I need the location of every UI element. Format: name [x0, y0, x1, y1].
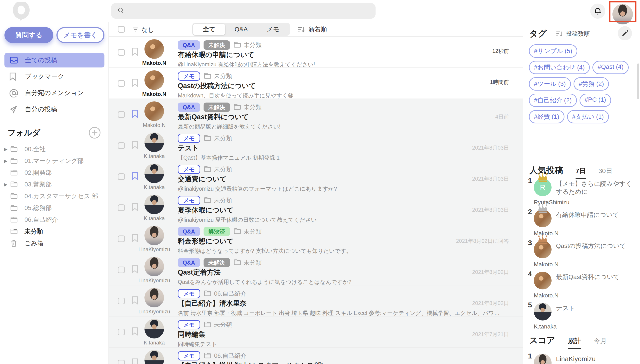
tab-7日[interactable]: 7日: [576, 166, 586, 179]
post-title[interactable]: 同時編集: [178, 330, 205, 339]
folder-link[interactable]: 未分類: [234, 103, 262, 112]
folder-link[interactable]: 未分類: [204, 321, 232, 329]
tags-sort-control[interactable]: 投稿数順: [556, 30, 590, 38]
folder-item[interactable]: ▶03.営業部: [4, 178, 105, 190]
edit-tags-button[interactable]: [618, 26, 632, 40]
qast-logo-icon[interactable]: [13, 2, 31, 20]
search-bar[interactable]: [111, 3, 375, 19]
bookmark-icon[interactable]: [132, 358, 138, 364]
popular-post-title[interactable]: 有給休暇申請について: [556, 211, 634, 219]
folder-link[interactable]: 未分類: [234, 228, 262, 236]
list-item[interactable]: Makoto.NQ&A未解決未分類有給休暇の申請について@LinaKiyomiz…: [109, 37, 523, 68]
row-checkbox[interactable]: [118, 111, 125, 118]
folder-item[interactable]: ▶00.全社: [4, 143, 105, 155]
row-checkbox[interactable]: [118, 329, 125, 335]
list-item[interactable]: LinaKiyomizuメモ06.自己紹介【自己紹介】清水里奈名前 清水里奈 部…: [109, 286, 523, 316]
list-item[interactable]: LinaKiyomizuQ&A未解決未分類Qast定着方法Qastをみんなが活用…: [109, 254, 523, 286]
post-title[interactable]: 【自己紹介】樽川 翔太(カスタマーサクセス部): [178, 361, 323, 364]
folder-item[interactable]: ごみ箱: [4, 237, 105, 249]
post-title[interactable]: 最新Qast資料について: [178, 112, 249, 122]
popular-post-item[interactable]: 3Qastの投稿方法についてMakoto.N: [523, 240, 640, 271]
tab-メモ[interactable]: メモ: [257, 24, 289, 35]
bookmark-icon[interactable]: [132, 141, 138, 150]
post-title[interactable]: 交通費について: [178, 174, 227, 184]
list-item[interactable]: K.tanakaメモ未分類交通費について@linakiyomizu 交通費精算の…: [109, 161, 523, 192]
folder-link[interactable]: 未分類: [234, 41, 262, 49]
bookmark-icon[interactable]: [132, 172, 138, 181]
bookmark-icon[interactable]: [132, 203, 138, 212]
row-checkbox[interactable]: [118, 80, 125, 87]
bookmark-icon[interactable]: [132, 327, 138, 336]
tag-pill[interactable]: #PC (1): [580, 94, 611, 107]
select-all-checkbox[interactable]: [118, 26, 125, 33]
popular-post-title[interactable]: テスト: [556, 304, 634, 312]
row-checkbox[interactable]: [118, 266, 125, 273]
sidebar-item-at[interactable]: 自分宛のメンション: [5, 86, 104, 100]
write-memo-button[interactable]: メモを書く: [57, 27, 104, 43]
post-title[interactable]: Qastの投稿方法について: [178, 81, 256, 90]
tab-今月[interactable]: 今月: [593, 336, 607, 349]
popular-post-title[interactable]: 【メモ】さらに読みやすくするために: [556, 180, 634, 196]
folder-link[interactable]: 06.自己紹介: [204, 352, 247, 360]
tag-pill[interactable]: #支払い (1): [567, 110, 609, 124]
folder-link[interactable]: 未分類: [204, 72, 232, 80]
tab-累計[interactable]: 累計: [568, 336, 581, 349]
row-checkbox[interactable]: [118, 204, 125, 211]
bookmark-icon[interactable]: [132, 296, 138, 306]
post-title[interactable]: テスト: [178, 144, 199, 153]
list-item[interactable]: K.tanakaメモ未分類同時編集同時編集テスト2021年7月21日: [109, 316, 523, 348]
bookmark-icon[interactable]: [132, 110, 138, 119]
row-checkbox[interactable]: [118, 360, 125, 364]
scrollbar[interactable]: [637, 64, 639, 99]
tag-pill[interactable]: #ツール (3): [529, 77, 571, 90]
sort-control[interactable]: 新着順: [297, 25, 327, 34]
folder-link[interactable]: 未分類: [234, 258, 262, 267]
notification-bell-button[interactable]: [590, 4, 605, 19]
bookmark-icon[interactable]: [132, 234, 138, 243]
tab-30日[interactable]: 30日: [598, 166, 612, 179]
folder-item[interactable]: ▶01.マーケティング部: [4, 155, 105, 167]
folder-item[interactable]: 05.総務部: [4, 202, 105, 214]
list-item[interactable]: K.tanakaメモ06.自己紹介【自己紹介】樽川 翔太(カスタマーサクセス部): [109, 348, 523, 364]
popular-post-title[interactable]: 最新Qast資料について: [556, 273, 634, 281]
folder-link[interactable]: 06.自己紹介: [204, 290, 247, 298]
folder-link[interactable]: 未分類: [204, 134, 232, 142]
row-checkbox[interactable]: [118, 236, 125, 242]
bookmark-icon[interactable]: [132, 48, 138, 57]
folder-item[interactable]: 04.カスタマーサクセス 部: [4, 190, 105, 202]
filter-none-label[interactable]: なし: [141, 26, 154, 34]
popular-post-title[interactable]: Qastの投稿方法について: [556, 242, 634, 250]
tag-pill[interactable]: #お問い合わせ (4): [529, 61, 590, 74]
folder-item[interactable]: 未分類: [4, 226, 105, 237]
row-checkbox[interactable]: [118, 173, 125, 180]
search-input[interactable]: [128, 7, 375, 14]
list-item[interactable]: LinaKiyomizuQ&A解決済未分類料金形態について料金形態はどうなってま…: [109, 223, 523, 254]
row-checkbox[interactable]: [118, 49, 125, 56]
post-title[interactable]: Qast定着方法: [178, 268, 221, 277]
list-item[interactable]: K.tanakaメモ未分類夏季休暇について@linakiyomizu 夏季休暇の…: [109, 192, 523, 223]
row-checkbox[interactable]: [118, 142, 125, 149]
row-checkbox[interactable]: [118, 298, 125, 304]
tag-pill[interactable]: #自己紹介 (2): [529, 94, 577, 107]
expand-arrow-icon[interactable]: ▶: [4, 146, 10, 152]
tab-全て[interactable]: 全て: [193, 24, 225, 35]
list-item[interactable]: Makoto.Nメモ未分類Qastの投稿方法についてMarkdown、目次を使っ…: [109, 68, 523, 99]
popular-post-item[interactable]: 4最新Qast資料についてMakoto.N: [523, 271, 640, 302]
post-title[interactable]: 夏季休暇について: [178, 206, 234, 215]
tag-pill[interactable]: #労務 (2): [574, 77, 609, 90]
add-folder-icon[interactable]: [88, 126, 101, 139]
sidebar-item-bookmark[interactable]: ブックマーク: [5, 69, 104, 84]
bookmark-icon[interactable]: [132, 78, 138, 88]
popular-post-item[interactable]: 5テストK.tanaka: [523, 302, 640, 333]
tag-pill[interactable]: #Qast (4): [592, 61, 629, 74]
sidebar-item-inbox[interactable]: 全ての投稿: [5, 53, 104, 68]
expand-arrow-icon[interactable]: ▶: [4, 158, 10, 164]
tab-Q&A[interactable]: Q&A: [225, 24, 257, 35]
expand-arrow-icon[interactable]: ▶: [4, 182, 10, 187]
score-item[interactable]: 1LinaKiyomizu: [523, 351, 640, 364]
post-title[interactable]: 料金形態について: [178, 236, 234, 246]
sidebar-item-send[interactable]: 自分の投稿: [5, 102, 104, 117]
list-item[interactable]: Makoto.NQ&A未解決未分類最新Qast資料について最新の簡易版と詳細版を…: [109, 99, 523, 130]
filter-icon[interactable]: [132, 26, 140, 33]
folder-link[interactable]: 未分類: [204, 165, 232, 174]
